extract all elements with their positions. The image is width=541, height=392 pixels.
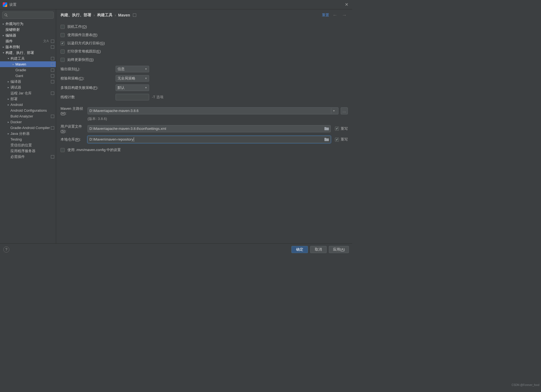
tree-item-label: 必需插件 xyxy=(10,154,50,159)
recursive-goals-checkbox[interactable] xyxy=(61,41,65,45)
tree-item[interactable]: 构建、执行、部署 xyxy=(0,50,56,56)
tree-item-label: Gradle xyxy=(15,68,50,72)
tree-item[interactable]: Android Configurations xyxy=(0,108,56,113)
tree-item[interactable]: Gant xyxy=(0,73,56,79)
tree-arrow-icon[interactable] xyxy=(1,51,6,54)
text-cursor xyxy=(134,137,134,142)
project-scope-badge-icon xyxy=(51,68,54,72)
tree-item[interactable]: 编译器 xyxy=(0,79,56,84)
project-scope-badge-icon xyxy=(51,57,54,60)
tree-item[interactable]: 外观与行为 xyxy=(0,21,56,27)
help-button[interactable]: ? xyxy=(3,246,9,253)
breadcrumb-sep: › xyxy=(115,13,116,17)
tree-item-label: 版本控制 xyxy=(6,45,50,50)
tree-item-label: Gradle-Android Compiler xyxy=(10,126,50,130)
tree-item[interactable]: Java 分析器 xyxy=(0,131,56,136)
tree-item-label: 调试器 xyxy=(10,85,54,90)
user-settings-label: 用户设置文件(S): xyxy=(61,124,85,133)
content-header: 构建、执行、部署 › 构建工具 › Maven 重置 ← → xyxy=(56,9,352,21)
folder-icon[interactable] xyxy=(324,127,329,130)
tree-item[interactable]: Maven xyxy=(0,61,56,67)
tree-item-label: Build Analyzer xyxy=(10,114,50,118)
settings-sidebar: 外观与行为按键映射编辑器插件文A版本控制构建、执行、部署构建工具MavenGra… xyxy=(0,9,56,243)
maven-home-label: Maven 主路径(H): xyxy=(61,106,85,115)
use-mvn-config-label: 使用 .mvn/maven.config 中的设置 xyxy=(67,147,121,152)
tree-item-label: Android xyxy=(10,103,54,107)
chevron-down-icon[interactable]: ▼ xyxy=(331,108,337,114)
project-scope-badge-icon xyxy=(51,74,54,78)
print-stacktrace-checkbox[interactable] xyxy=(61,50,65,54)
breadcrumb-part: 构建工具 xyxy=(97,13,113,18)
tree-item[interactable]: 插件文A xyxy=(0,38,56,44)
tree-item[interactable]: 编辑器 xyxy=(0,32,56,38)
tree-arrow-icon[interactable] xyxy=(6,86,10,89)
reset-link[interactable]: 重置 xyxy=(322,13,329,18)
tree-arrow-icon[interactable] xyxy=(6,57,10,60)
tree-item[interactable]: 远程 Jar 仓库 xyxy=(0,90,56,96)
tree-item[interactable]: 必需插件 xyxy=(0,154,56,160)
tree-item[interactable]: 受信任的位置 xyxy=(0,142,56,148)
ok-button[interactable]: 确定 xyxy=(291,246,308,253)
user-settings-input[interactable]: D:\Maven\apache-maven-3.8.6\conf\setting… xyxy=(88,125,331,132)
breadcrumb-part: Maven xyxy=(118,13,130,17)
tree-item[interactable]: 部署 xyxy=(0,96,56,102)
tree-item[interactable]: 应用程序服务器 xyxy=(0,148,56,154)
override-repo-checkbox[interactable] xyxy=(335,138,339,142)
tree-arrow-icon[interactable] xyxy=(1,34,6,37)
use-mvn-config-checkbox[interactable] xyxy=(61,148,65,152)
project-scope-badge-icon xyxy=(51,63,54,66)
tree-item-label: Android Configurations xyxy=(10,108,54,113)
search-input[interactable] xyxy=(2,12,54,19)
plugin-registry-checkbox[interactable] xyxy=(61,33,65,37)
tree-item-label: Testing xyxy=(10,137,54,141)
override-settings-checkbox[interactable] xyxy=(335,127,339,131)
tree-arrow-icon[interactable] xyxy=(6,80,10,83)
tree-item[interactable]: Android xyxy=(0,102,56,108)
tree-arrow-icon[interactable] xyxy=(6,132,10,135)
tree-item-label: Gant xyxy=(15,74,50,78)
tree-item-label: 按键映射 xyxy=(6,27,54,32)
app-icon xyxy=(3,2,7,7)
threads-hint: -T 选项 xyxy=(152,95,163,100)
checksum-policy-select[interactable]: 无全局策略▼ xyxy=(116,75,149,82)
offline-checkbox[interactable] xyxy=(61,25,65,29)
project-scope-badge-icon xyxy=(51,126,54,130)
tree-item[interactable]: Build Analyzer xyxy=(0,113,56,119)
tree-item[interactable]: Docker xyxy=(0,119,56,125)
update-snapshots-checkbox[interactable] xyxy=(61,58,65,62)
tree-arrow-icon[interactable] xyxy=(1,22,6,25)
tree-arrow-icon[interactable] xyxy=(11,63,15,66)
tree-item[interactable]: 构建工具 xyxy=(0,56,56,61)
output-level-label: 输出级别(L): xyxy=(61,67,116,72)
tree-arrow-icon[interactable] xyxy=(6,103,10,106)
tree-item[interactable]: Gradle-Android Compiler xyxy=(0,125,56,131)
apply-button[interactable]: 应用(A) xyxy=(329,246,349,253)
project-scope-badge-icon xyxy=(51,92,54,95)
tree-item[interactable]: Gradle xyxy=(0,67,56,73)
tree-item[interactable]: 版本控制 xyxy=(0,44,56,50)
cancel-button[interactable]: 取消 xyxy=(310,246,327,253)
tree-arrow-icon[interactable] xyxy=(1,45,6,48)
folder-icon[interactable] xyxy=(324,138,329,141)
tree-item[interactable]: 调试器 xyxy=(0,84,56,90)
fail-policy-label: 多项目构建失败策略(F): xyxy=(61,85,116,90)
fail-policy-select[interactable]: 默认▼ xyxy=(116,84,149,91)
back-arrow-icon[interactable]: ← xyxy=(331,12,338,18)
output-level-select[interactable]: 信息▼ xyxy=(116,66,149,72)
threads-input[interactable] xyxy=(116,94,149,100)
tree-arrow-icon[interactable] xyxy=(6,97,10,100)
breadcrumb-sep: › xyxy=(94,13,95,17)
dialog-footer: ? 确定 取消 应用(A) xyxy=(0,243,352,255)
project-scope-badge-icon xyxy=(51,40,54,43)
forward-arrow-icon[interactable]: → xyxy=(341,12,348,18)
tree-item[interactable]: Testing xyxy=(0,136,56,142)
breadcrumb-part: 构建、执行、部署 xyxy=(61,13,91,18)
more-button[interactable]: … xyxy=(341,107,348,114)
settings-tree[interactable]: 外观与行为按键映射编辑器插件文A版本控制构建、执行、部署构建工具MavenGra… xyxy=(0,20,56,243)
close-icon[interactable]: ✕ xyxy=(344,2,349,7)
local-repo-input[interactable]: D:\Maven\maven-repository xyxy=(88,136,331,143)
tree-arrow-icon[interactable] xyxy=(6,120,10,124)
maven-home-combo[interactable]: D:\Maven\apache-maven-3.8.6 ▼ xyxy=(88,107,338,114)
override-label: 重写 xyxy=(341,137,348,142)
tree-item[interactable]: 按键映射 xyxy=(0,27,56,32)
